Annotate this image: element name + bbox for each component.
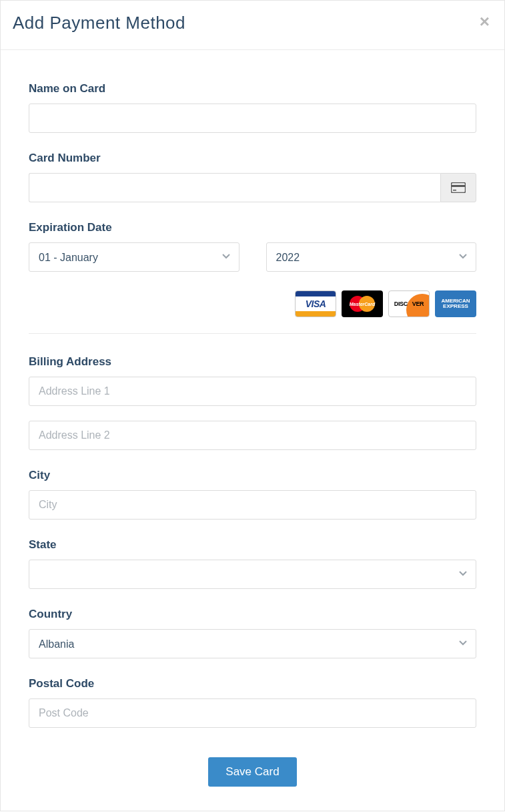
billing-address-group: Billing Address	[29, 355, 476, 450]
exp-month-select-wrap: 01 - January	[29, 242, 239, 272]
city-input[interactable]	[29, 490, 476, 520]
close-button[interactable]: ×	[477, 13, 492, 30]
credit-card-icon	[451, 182, 466, 193]
card-number-input[interactable]	[29, 173, 440, 202]
city-group: City	[29, 469, 476, 520]
section-divider	[29, 333, 476, 334]
billing-address-label: Billing Address	[29, 355, 476, 369]
city-label: City	[29, 469, 476, 482]
svg-text:MasterCard: MasterCard	[350, 302, 376, 307]
address-line2-input[interactable]	[29, 421, 476, 450]
save-card-button[interactable]: Save Card	[208, 757, 296, 787]
card-brand-logos: VISA MasterCard DISCOVER AMERICANEXPRESS	[29, 290, 476, 317]
visa-icon: VISA	[295, 290, 336, 317]
exp-month-select[interactable]: 01 - January	[29, 242, 239, 272]
postal-code-label: Postal Code	[29, 677, 476, 690]
mastercard-icon: MasterCard	[342, 290, 383, 317]
country-select[interactable]: Albania	[29, 629, 476, 658]
expiration-group: Expiration Date 01 - January 2022	[29, 221, 476, 317]
modal-body: Name on Card Card Number Expiration Date	[1, 50, 504, 811]
discover-icon: DISCOVER	[388, 290, 430, 317]
state-group: State	[29, 538, 476, 589]
card-number-group: Card Number	[29, 152, 476, 202]
state-select[interactable]	[29, 560, 476, 589]
close-icon: ×	[480, 11, 490, 31]
postal-code-input[interactable]	[29, 698, 476, 728]
name-on-card-label: Name on Card	[29, 82, 476, 95]
modal-title: Add Payment Method	[13, 13, 185, 33]
add-payment-method-modal: Add Payment Method × Name on Card Card N…	[0, 0, 505, 811]
country-select-wrap: Albania	[29, 629, 476, 658]
address-line1-input[interactable]	[29, 377, 476, 406]
svg-rect-1	[451, 185, 466, 187]
modal-footer: Save Card	[29, 753, 476, 787]
country-group: Country Albania	[29, 608, 476, 658]
credit-card-icon-addon	[440, 173, 476, 202]
country-label: Country	[29, 608, 476, 621]
exp-year-select-wrap: 2022	[266, 242, 477, 272]
name-on-card-group: Name on Card	[29, 82, 476, 133]
card-number-label: Card Number	[29, 152, 476, 165]
state-select-wrap	[29, 560, 476, 589]
modal-header: Add Payment Method ×	[1, 1, 504, 50]
svg-rect-0	[452, 183, 466, 193]
name-on-card-input[interactable]	[29, 104, 476, 133]
postal-code-group: Postal Code	[29, 677, 476, 728]
exp-year-select[interactable]: 2022	[266, 242, 477, 272]
card-number-input-wrap	[29, 173, 476, 202]
state-label: State	[29, 538, 476, 552]
amex-icon: AMERICANEXPRESS	[435, 290, 476, 317]
expiration-row: 01 - January 2022	[29, 242, 476, 272]
svg-rect-2	[453, 190, 456, 191]
expiration-label: Expiration Date	[29, 221, 476, 234]
